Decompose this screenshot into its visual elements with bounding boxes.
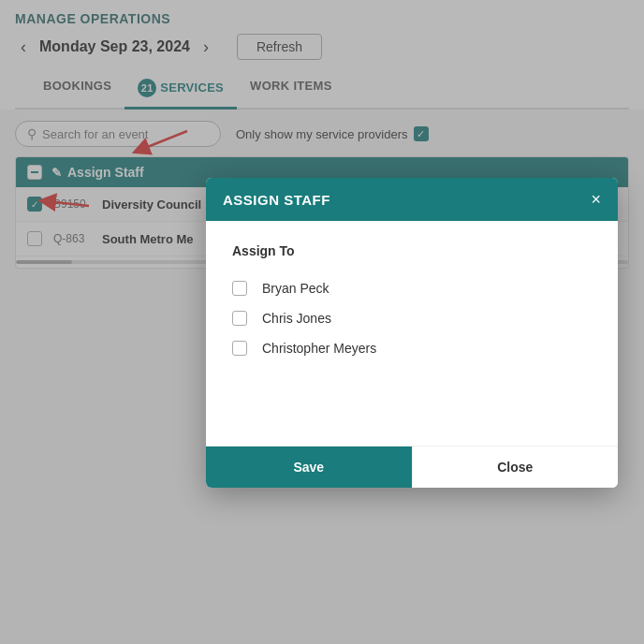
modal-save-button[interactable]: Save [206, 446, 412, 488]
staff-checkbox-bryan[interactable] [232, 281, 247, 296]
assign-staff-modal: ASSIGN STAFF × Assign To Bryan Peck Chri… [206, 178, 618, 488]
modal-header: ASSIGN STAFF × [206, 178, 618, 221]
staff-item-3: Christopher Meyers [232, 333, 592, 363]
staff-item-2: Chris Jones [232, 303, 592, 333]
modal-close-button[interactable]: Close [412, 446, 619, 488]
staff-name-christopher: Christopher Meyers [262, 341, 376, 356]
staff-name-chris: Chris Jones [262, 311, 331, 326]
staff-name-bryan: Bryan Peck [262, 281, 329, 296]
staff-checkbox-christopher[interactable] [232, 341, 247, 356]
modal-footer: Save Close [206, 446, 618, 488]
staff-checkbox-chris[interactable] [232, 311, 247, 326]
modal-body: Assign To Bryan Peck Chris Jones Christo… [206, 221, 618, 446]
assign-to-label: Assign To [232, 243, 592, 258]
staff-item-1: Bryan Peck [232, 273, 592, 303]
modal-title: ASSIGN STAFF [223, 192, 330, 208]
modal-close-x-button[interactable]: × [591, 191, 601, 208]
